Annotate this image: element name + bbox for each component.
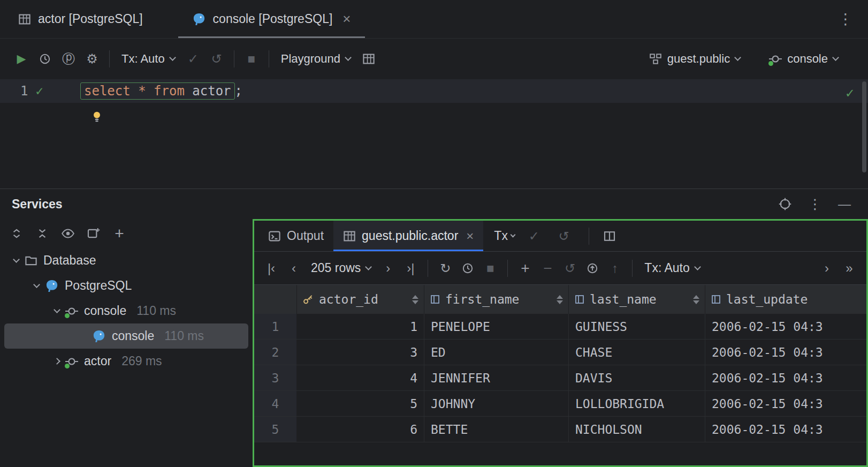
split-icon[interactable] xyxy=(603,230,616,243)
editor-scrollbar[interactable] xyxy=(862,81,866,172)
grid-corner-cell[interactable] xyxy=(254,285,297,314)
profiler-icon[interactable]: ⓟ xyxy=(57,47,80,71)
last-page-icon[interactable]: ›| xyxy=(400,258,421,279)
cell-actor-id[interactable]: 3 xyxy=(297,340,424,365)
chevron-down-icon[interactable] xyxy=(13,256,20,263)
cell-actor-id[interactable]: 4 xyxy=(297,365,424,390)
add-icon[interactable]: + xyxy=(108,222,131,245)
page-size-dropdown[interactable]: 205 rows xyxy=(306,261,376,275)
target-icon[interactable] xyxy=(778,197,792,211)
submit-icon[interactable] xyxy=(582,258,603,279)
tab-result-grid[interactable]: guest.public.actor × xyxy=(333,221,483,251)
minimize-icon[interactable]: — xyxy=(838,192,851,216)
tx-mode-dropdown[interactable]: Tx: Auto xyxy=(115,47,181,71)
push-icon[interactable]: ↑ xyxy=(604,258,626,279)
cell-actor-id[interactable]: 6 xyxy=(297,417,424,442)
reload-icon[interactable]: ↻ xyxy=(435,258,456,279)
schema-dropdown[interactable]: guest.public xyxy=(643,47,747,71)
row-number[interactable]: 3 xyxy=(254,365,297,390)
column-header-actor-id[interactable]: actor_id xyxy=(297,285,424,314)
commit-icon[interactable]: ✓ xyxy=(181,47,205,71)
cell-last-name[interactable]: CHASE xyxy=(569,340,705,365)
cell-last-update[interactable]: 2006-02-15 04:3 xyxy=(705,417,829,442)
close-icon[interactable]: × xyxy=(342,11,351,27)
row-number[interactable]: 1 xyxy=(254,314,297,339)
tree-item-database[interactable]: Database xyxy=(0,248,253,273)
view-as-table-icon[interactable] xyxy=(357,47,380,71)
sql-editor[interactable]: 1 ✓ select * from actor; ✓ xyxy=(0,79,868,189)
query-history-icon[interactable] xyxy=(457,258,478,279)
tx-dropdown[interactable]: Tx xyxy=(494,229,515,243)
tab-output[interactable]: Output xyxy=(258,221,333,251)
grid-tx-dropdown[interactable]: Tx: Auto xyxy=(639,261,705,275)
editor-current-line[interactable]: 1 ✓ select * from actor; xyxy=(0,79,868,103)
stop-icon[interactable]: ■ xyxy=(479,258,501,279)
tab-label: console [PostgreSQL] xyxy=(213,12,333,26)
cell-first-name[interactable]: PENELOPE xyxy=(424,314,569,339)
cell-last-name[interactable]: LOLLOBRIGIDA xyxy=(569,391,705,416)
cell-actor-id[interactable]: 5 xyxy=(297,391,424,416)
cell-last-name[interactable]: NICHOLSON xyxy=(569,417,705,442)
settings-gear-icon[interactable]: ⚙ xyxy=(80,47,104,71)
cell-last-update[interactable]: 2006-02-15 04:3 xyxy=(705,365,829,390)
overflow-icon[interactable]: » xyxy=(839,258,860,279)
previous-page-icon[interactable]: ‹ xyxy=(283,258,304,279)
cell-last-update[interactable]: 2006-02-15 04:3 xyxy=(705,391,829,416)
row-number[interactable]: 4 xyxy=(254,391,297,416)
cell-actor-id[interactable]: 1 xyxy=(297,314,424,339)
more-icon[interactable]: › xyxy=(816,258,837,279)
new-console-icon[interactable] xyxy=(82,222,105,245)
session-dropdown[interactable]: console xyxy=(763,47,844,71)
cell-first-name[interactable]: BETTE xyxy=(424,417,569,442)
chevron-down-icon[interactable] xyxy=(33,281,40,288)
cell-last-name[interactable]: GUINESS xyxy=(569,314,705,339)
tab-actor[interactable]: actor [PostgreSQL] xyxy=(4,0,157,38)
column-icon xyxy=(711,294,721,305)
expand-all-icon[interactable] xyxy=(5,222,28,245)
column-header-first-name[interactable]: first_name xyxy=(424,285,569,314)
tab-console[interactable]: console [PostgreSQL] × xyxy=(178,0,365,38)
cell-first-name[interactable]: ED xyxy=(424,340,569,365)
intention-lightbulb-icon[interactable] xyxy=(91,110,103,123)
stop-icon[interactable]: ■ xyxy=(240,47,263,71)
cell-last-update[interactable]: 2006-02-15 04:3 xyxy=(705,314,829,339)
first-page-icon[interactable]: |‹ xyxy=(261,258,282,279)
column-header-last-name[interactable]: last_name xyxy=(569,285,705,314)
next-page-icon[interactable]: › xyxy=(377,258,399,279)
row-number[interactable]: 5 xyxy=(254,417,297,442)
tree-item-console-session[interactable]: console 110 ms xyxy=(0,298,253,323)
code-line[interactable]: select * from actor; xyxy=(80,82,242,100)
tree-item-actor-session[interactable]: actor 269 ms xyxy=(0,349,253,374)
sort-icon[interactable] xyxy=(412,295,418,304)
kebab-menu-icon[interactable]: ⋮ xyxy=(808,192,822,216)
kebab-menu-icon[interactable]: ⋮ xyxy=(823,10,868,28)
chevron-down-icon[interactable] xyxy=(54,306,60,313)
commit-icon[interactable]: ✓ xyxy=(523,225,545,247)
rollback-icon[interactable]: ↺ xyxy=(205,47,229,71)
cell-last-update[interactable]: 2006-02-15 04:3 xyxy=(705,340,829,365)
add-row-icon[interactable]: + xyxy=(514,258,536,279)
preview-eye-icon[interactable] xyxy=(57,222,79,245)
history-icon[interactable] xyxy=(33,47,57,71)
playground-dropdown[interactable]: Playground xyxy=(275,47,357,71)
revert-icon[interactable]: ↺ xyxy=(559,258,581,279)
sort-icon[interactable] xyxy=(693,295,699,304)
collapse-all-icon[interactable] xyxy=(31,222,54,245)
tree-item-console-file[interactable]: console 110 ms xyxy=(4,323,248,349)
cell-first-name[interactable]: JOHNNY xyxy=(424,391,569,416)
separator xyxy=(109,50,110,67)
selected-statement[interactable]: select * from actor xyxy=(80,82,235,100)
row-number[interactable]: 2 xyxy=(254,340,297,365)
results-panel: Output guest.public.actor × Tx xyxy=(253,219,868,467)
column-header-last-update[interactable]: last_update xyxy=(705,285,866,314)
delete-row-icon[interactable]: − xyxy=(537,258,558,279)
cell-last-name[interactable]: DAVIS xyxy=(569,365,705,390)
table-row: 1 1 PENELOPE GUINESS 2006-02-15 04:3 xyxy=(254,314,866,340)
close-icon[interactable]: × xyxy=(466,229,474,244)
sort-icon[interactable] xyxy=(557,295,563,304)
rollback-icon[interactable]: ↺ xyxy=(553,225,575,247)
run-icon[interactable]: ▶ xyxy=(10,47,33,71)
chevron-right-icon[interactable] xyxy=(54,358,60,365)
cell-first-name[interactable]: JENNIFER xyxy=(424,365,569,390)
tree-item-postgresql[interactable]: PostgreSQL xyxy=(0,273,253,298)
